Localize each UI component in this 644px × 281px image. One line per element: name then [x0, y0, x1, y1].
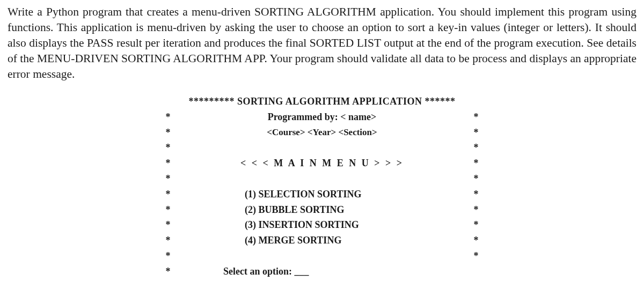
star-left: * — [164, 171, 172, 187]
star-right: * — [472, 248, 480, 264]
star-left: * — [164, 217, 172, 233]
menu-row-course: * <Course> <Year> <Section> * — [164, 125, 480, 140]
menu-row-programmed: * Programmed by: < name> * — [164, 109, 480, 125]
star-left: * — [164, 187, 172, 202]
menu-row-option-2: * (2) BUBBLE SORTING * — [164, 202, 480, 218]
menu-box: ********* SORTING ALGORITHM APPLICATION … — [164, 94, 480, 281]
main-menu-label: < < < M A I N M E N U > > > — [172, 156, 472, 171]
star-left: * — [164, 140, 172, 156]
course-text: <Course> <Year> <Section> — [172, 125, 472, 139]
menu-row-option-3: * (3) INSERTION SORTING * — [164, 217, 480, 233]
select-prompt: Select an option: ___ — [172, 264, 472, 279]
option-2-text: (2) BUBBLE SORTING — [172, 202, 472, 218]
star-left: * — [164, 202, 172, 218]
star-right: * — [472, 202, 480, 218]
star-right: * — [472, 109, 480, 125]
menu-row-select: * Select an option: ___ — [164, 264, 480, 279]
star-right: * — [472, 233, 480, 248]
menu-row-mainmenu: * < < < M A I N M E N U > > > * — [164, 156, 480, 171]
star-right: * — [472, 125, 480, 140]
question-paragraph: Write a Python program that creates a me… — [8, 4, 636, 82]
menu-row-option-1: * (1) SELECTION SORTING * — [164, 187, 480, 202]
star-right: * — [472, 140, 480, 156]
star-right: * — [472, 171, 480, 187]
programmed-by-text: Programmed by: < name> — [172, 109, 472, 125]
option-4-text: (4) MERGE SORTING — [172, 233, 472, 248]
menu-top-border: ********* SORTING ALGORITHM APPLICATION … — [164, 94, 480, 109]
menu-bottom-border: ****************************************… — [164, 279, 480, 281]
option-1-text: (1) SELECTION SORTING — [172, 187, 472, 202]
menu-row-option-4: * (4) MERGE SORTING * — [164, 233, 480, 248]
star-left: * — [164, 156, 172, 171]
star-right: * — [472, 156, 480, 171]
option-3-text: (3) INSERTION SORTING — [172, 217, 472, 233]
menu-row-blank: * * — [164, 248, 480, 264]
star-left: * — [164, 125, 172, 140]
menu-row-blank: * * — [164, 140, 480, 156]
star-left: * — [164, 264, 172, 279]
star-left: * — [164, 233, 172, 248]
star-left: * — [164, 109, 172, 125]
star-right: * — [472, 217, 480, 233]
menu-row-blank: * * — [164, 171, 480, 187]
star-right: * — [472, 187, 480, 202]
star-left: * — [164, 248, 172, 264]
